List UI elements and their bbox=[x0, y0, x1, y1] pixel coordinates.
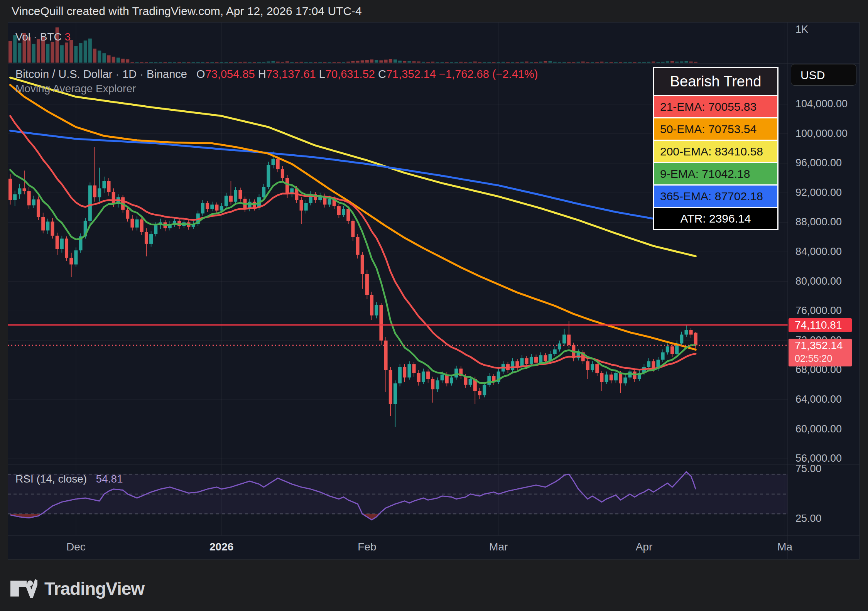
symbol-name[interactable]: Bitcoin / U.S. Dollar bbox=[15, 68, 112, 80]
time-axis-label: Feb bbox=[358, 541, 376, 553]
change-value: −1,762.68 (−2.41%) bbox=[439, 68, 538, 80]
volume-axis-tick: 1K bbox=[795, 24, 808, 35]
interval-label[interactable]: 1D bbox=[122, 68, 137, 80]
close-value: 71,352.14 bbox=[386, 68, 436, 80]
symbol-ohlc-row[interactable]: Bitcoin / U.S. Dollar · 1D · Binance O73… bbox=[15, 68, 538, 81]
volume-value: 3 bbox=[65, 31, 71, 43]
volume-label: Vol bbox=[15, 31, 30, 43]
price-tick-label: 64,000.00 bbox=[795, 393, 842, 405]
legend-row: 9-EMA: 71042.18 bbox=[654, 163, 777, 184]
time-axis-label: Dec bbox=[66, 541, 86, 553]
rsi-tick-label: 75.00 bbox=[795, 463, 822, 475]
legend-rows: 21-EMA: 70055.8350-EMA: 70753.54200-EMA:… bbox=[654, 96, 777, 229]
bearish-trend-legend: Bearish Trend 21-EMA: 70055.8350-EMA: 70… bbox=[653, 67, 778, 230]
price-tick-label: 76,000.00 bbox=[795, 305, 842, 317]
last-price-value: 71,352.14 bbox=[795, 339, 852, 353]
volume-indicator-label[interactable]: Vol · BTC 3 bbox=[15, 31, 71, 43]
price-tick-label: 84,000.00 bbox=[795, 246, 842, 258]
time-axis-label: Apr bbox=[636, 541, 653, 553]
legend-row: 365-EMA: 87702.18 bbox=[654, 186, 777, 207]
legend-row: 50-EMA: 70753.54 bbox=[654, 118, 777, 140]
time-axis-label: Ma bbox=[777, 541, 792, 553]
low-value: 70,631.52 bbox=[325, 68, 375, 80]
volume-asset-label: BTC bbox=[40, 31, 62, 43]
time-axis-label: Mar bbox=[489, 541, 508, 553]
bar-countdown: 02:55:20 bbox=[795, 353, 852, 364]
price-tick-label: 88,000.00 bbox=[795, 216, 842, 228]
price-tick-label: 104,000.00 bbox=[795, 98, 848, 110]
time-axis[interactable]: Dec2026FebMarAprMa bbox=[0, 541, 868, 556]
tradingview-screenshot: VinceQuill created with TradingView.com,… bbox=[0, 0, 868, 611]
price-tick-label: 60,000.00 bbox=[795, 423, 842, 435]
price-tick-label: 100,000.00 bbox=[795, 128, 848, 140]
currency-toggle-button[interactable]: USD bbox=[791, 64, 856, 86]
tradingview-wordmark: TradingView bbox=[44, 578, 144, 599]
price-tick-label: 92,000.00 bbox=[795, 187, 842, 199]
last-price-label: 71,352.14 02:55:20 bbox=[789, 339, 852, 366]
exchange-label: Binance bbox=[147, 68, 187, 80]
high-value: 73,137.61 bbox=[266, 68, 316, 80]
tradingview-logo-icon bbox=[10, 579, 37, 598]
time-axis-label: 2026 bbox=[209, 541, 233, 553]
rsi-tick-label: 25.00 bbox=[795, 513, 822, 525]
legend-row: 200-EMA: 83410.58 bbox=[654, 141, 777, 162]
indicator-label-ma-explorer[interactable]: Moving Average Explorer bbox=[15, 83, 136, 95]
legend-title: Bearish Trend bbox=[654, 68, 777, 95]
legend-row: ATR: 2396.14 bbox=[654, 208, 777, 229]
tradingview-logo: TradingView bbox=[10, 577, 144, 600]
price-tick-label: 96,000.00 bbox=[795, 157, 842, 169]
horizontal-line-price-label[interactable]: 74,110.81 bbox=[789, 318, 852, 332]
rsi-indicator-label[interactable]: RSI (14, close) 54.81 bbox=[15, 473, 123, 485]
open-value: 73,054.85 bbox=[205, 68, 255, 80]
price-tick-label: 80,000.00 bbox=[795, 275, 842, 287]
legend-row: 21-EMA: 70055.83 bbox=[654, 96, 777, 117]
rsi-value: 54.81 bbox=[96, 473, 123, 485]
